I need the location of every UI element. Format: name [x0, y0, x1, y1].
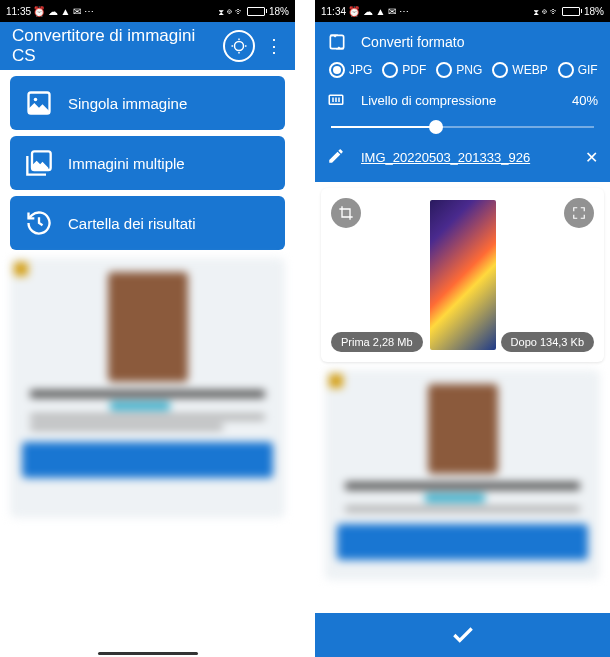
format-gif[interactable]: GIF [558, 62, 598, 78]
convert-label: Converti formato [361, 34, 598, 50]
battery-pct: 18% [269, 6, 289, 17]
multiple-images-label: Immagini multiple [68, 155, 185, 172]
image-icon [24, 88, 54, 118]
ad-card[interactable] [325, 370, 600, 580]
statusbar: 11:35 ⏰ ☁ ▲ ✉ ⋯ ⧗ ⌾ ᯤ 18% [0, 0, 295, 22]
fullscreen-button[interactable] [564, 198, 594, 228]
filename[interactable]: IMG_20220503_201333_926 [361, 150, 577, 165]
action-button[interactable] [223, 30, 255, 62]
more-icon[interactable]: ⋮ [265, 35, 283, 57]
battery-icon [562, 7, 582, 16]
preview-card: Prima 2,28 Mb Dopo 134,3 Kb [321, 188, 604, 362]
svg-point-0 [235, 42, 244, 51]
results-folder-button[interactable]: Cartella dei risultati [10, 196, 285, 250]
gesture-bar [98, 652, 198, 655]
ad-card[interactable] [10, 258, 285, 518]
multiple-images-button[interactable]: Immagini multiple [10, 136, 285, 190]
svg-point-2 [34, 98, 38, 102]
battery-icon [247, 7, 267, 16]
size-after: Dopo 134,3 Kb [501, 332, 594, 352]
compression-value: 40% [572, 93, 598, 108]
app-bar: Convertitore di immagini CS ⋮ [0, 22, 295, 70]
images-icon [24, 148, 54, 178]
status-right-icons: ⧗ ⌾ ᯤ [219, 6, 245, 17]
close-icon[interactable]: ✕ [585, 148, 598, 167]
status-right-icons: ⧗ ⌾ ᯤ [534, 6, 560, 17]
time: 11:34 [321, 6, 346, 17]
format-jpg[interactable]: JPG [329, 62, 372, 78]
compression-label: Livello di compressione [361, 93, 572, 108]
convert-panel: Converti formato JPG PDF PNG WEBP GIF Li… [315, 22, 610, 182]
history-icon [24, 208, 54, 238]
compress-icon [327, 90, 349, 111]
app-title: Convertitore di immagini CS [12, 26, 215, 66]
battery-pct: 18% [584, 6, 604, 17]
phone-left: 11:35 ⏰ ☁ ▲ ✉ ⋯ ⧗ ⌾ ᯤ 18% Convertitore d… [0, 0, 295, 657]
single-image-label: Singola immagine [68, 95, 187, 112]
convert-icon [327, 32, 349, 52]
format-radios: JPG PDF PNG WEBP GIF [329, 62, 598, 78]
single-image-button[interactable]: Singola immagine [10, 76, 285, 130]
format-webp[interactable]: WEBP [492, 62, 547, 78]
size-before: Prima 2,28 Mb [331, 332, 423, 352]
preview-thumb [430, 200, 496, 350]
format-png[interactable]: PNG [436, 62, 482, 78]
svg-rect-4 [330, 35, 343, 48]
results-folder-label: Cartella dei risultati [68, 215, 196, 232]
status-icons: ⏰ ☁ ▲ ✉ ⋯ [33, 6, 94, 17]
statusbar: 11:34 ⏰ ☁ ▲ ✉ ⋯ ⧗ ⌾ ᯤ 18% [315, 0, 610, 22]
status-icons: ⏰ ☁ ▲ ✉ ⋯ [348, 6, 409, 17]
format-pdf[interactable]: PDF [382, 62, 426, 78]
compression-slider[interactable] [331, 119, 594, 135]
time: 11:35 [6, 6, 31, 17]
edit-icon[interactable] [327, 147, 349, 168]
confirm-button[interactable] [315, 613, 610, 657]
phone-right: 11:34 ⏰ ☁ ▲ ✉ ⋯ ⧗ ⌾ ᯤ 18% Converti forma… [315, 0, 610, 657]
crop-button[interactable] [331, 198, 361, 228]
